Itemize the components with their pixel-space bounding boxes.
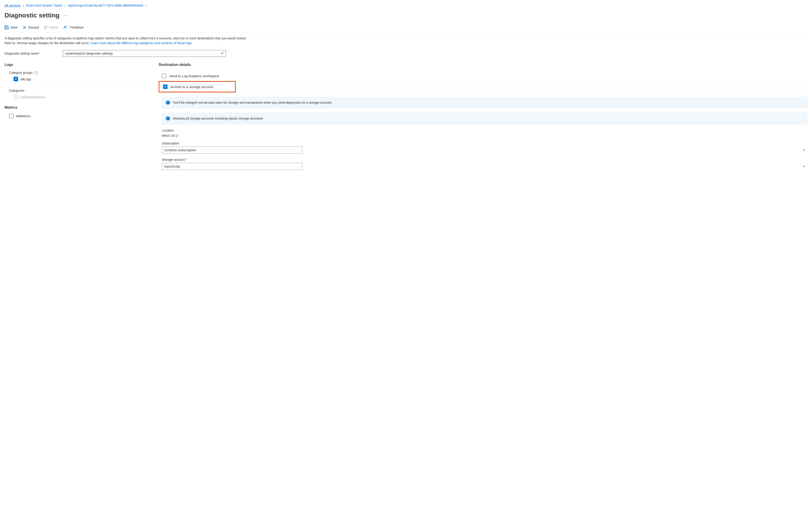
categories-label: Categories — [9, 89, 145, 92]
description-text: A diagnostic setting specifies a list of… — [4, 36, 254, 46]
deliveryfailures-label: DeliveryFailures — [20, 95, 45, 99]
deliveryfailures-checkbox — [14, 95, 18, 99]
storage-accounts-info-text: Showing all storage accounts including c… — [173, 116, 263, 121]
discard-label: Discard — [28, 26, 39, 29]
send-to-log-analytics-label: Send to Log Analytics workspace — [169, 74, 219, 78]
storage-accounts-info-banner: i Showing all storage accounts including… — [162, 113, 808, 124]
metrics-heading: Metrics — [4, 106, 145, 110]
required-star-icon: * — [186, 158, 188, 161]
feedback-icon — [63, 25, 68, 29]
svg-point-8 — [64, 26, 65, 27]
category-groups-text: Category groups — [9, 71, 33, 74]
subscription-label: Subscription — [162, 141, 808, 145]
chevron-right-icon: › — [146, 4, 147, 7]
chevron-right-icon: › — [23, 4, 24, 7]
storage-account-select[interactable]: topic01stg — [162, 163, 302, 170]
storage-account-label: Storage account * — [162, 158, 808, 161]
storage-account-label-text: Storage account — [162, 158, 185, 161]
toolbar: Save Discard Delete Feedback — [4, 25, 808, 32]
svg-rect-5 — [44, 26, 47, 29]
save-icon — [4, 25, 8, 29]
save-button[interactable]: Save — [4, 25, 18, 29]
delete-button[interactable]: Delete — [44, 25, 58, 29]
alllogs-label: allLogs — [20, 77, 31, 81]
name-label-text: Diagnostic setting name — [4, 52, 38, 55]
info-icon: i — [166, 116, 170, 120]
feedback-label: Feedback — [70, 26, 84, 29]
logs-heading: Logs — [4, 63, 145, 67]
divider — [159, 92, 808, 93]
required-star-icon: * — [39, 52, 40, 55]
location-label: Location — [162, 129, 808, 132]
info-icon: i — [166, 100, 170, 105]
storage-charge-info-banner: i You'll be charged normal data rates fo… — [162, 97, 808, 109]
breadcrumb-all-services[interactable]: All services — [4, 4, 21, 7]
delete-label: Delete — [49, 26, 58, 29]
more-actions-button[interactable]: ⋯ — [64, 13, 68, 18]
check-icon — [15, 77, 17, 81]
diagnostic-setting-name-input[interactable] — [63, 50, 226, 57]
category-groups-label: Category groups i — [9, 71, 145, 74]
chevron-down-icon — [803, 148, 805, 152]
breadcrumb-event-grid-system-topics[interactable]: Event Grid System Topics — [26, 4, 62, 7]
breadcrumb-topic[interactable]: topic01stg-811a624a-8a77-437e-89de-dfeb5… — [68, 4, 143, 7]
info-icon[interactable]: i — [35, 71, 38, 74]
archive-to-storage-label: Archive to a storage account — [170, 85, 213, 89]
allmetrics-label: AllMetrics — [16, 114, 30, 118]
storage-account-select-value: topic01stg — [164, 164, 180, 168]
feedback-button[interactable]: Feedback — [63, 25, 84, 29]
check-icon — [164, 85, 167, 89]
storage-charge-info-text: You'll be charged normal data rates for … — [173, 100, 332, 105]
trash-icon — [44, 25, 47, 29]
svg-rect-2 — [5, 28, 8, 29]
destination-details-heading: Destination details — [159, 63, 808, 67]
diagnostic-setting-name-label: Diagnostic setting name* — [4, 52, 40, 55]
breadcrumb: All services › Event Grid System Topics … — [4, 4, 808, 7]
subscription-select-value: Contoso subscription — [164, 148, 196, 152]
svg-rect-1 — [5, 26, 7, 27]
page-title: Diagnostic setting — [4, 12, 60, 19]
learn-more-link[interactable]: Learn more about the different log categ… — [90, 41, 192, 45]
alllogs-checkbox[interactable] — [14, 77, 18, 81]
chevron-down-icon — [803, 164, 805, 168]
send-to-log-analytics-checkbox[interactable] — [162, 74, 166, 78]
discard-button[interactable]: Discard — [23, 26, 39, 29]
save-label: Save — [10, 26, 18, 29]
archive-to-storage-checkbox[interactable] — [163, 85, 168, 89]
location-value: West US 2 — [162, 134, 808, 137]
chevron-right-icon: › — [65, 4, 66, 7]
close-icon — [23, 26, 26, 29]
subscription-select[interactable]: Contoso subscription — [162, 146, 302, 154]
allmetrics-checkbox[interactable] — [9, 114, 14, 118]
